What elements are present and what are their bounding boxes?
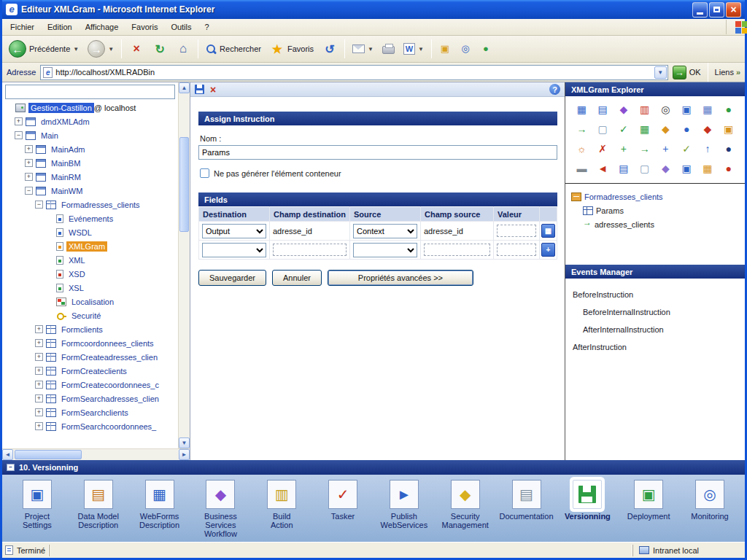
explorer-tool-icon[interactable]: ▤: [596, 104, 609, 114]
contacts-button[interactable]: ●: [476, 41, 495, 57]
collapse-icon[interactable]: −: [15, 131, 23, 139]
tree-item[interactable]: Localisation: [2, 295, 178, 308]
expand-icon[interactable]: +: [25, 173, 33, 181]
expand-icon[interactable]: +: [25, 159, 33, 167]
explorer-tool-icon[interactable]: ▦: [575, 104, 588, 114]
tree-item[interactable]: WSDL: [2, 225, 178, 239]
tree-item[interactable]: −Main: [2, 128, 178, 142]
help-icon-button[interactable]: ?: [549, 84, 560, 95]
collapse-icon[interactable]: −: [25, 187, 33, 195]
expand-icon[interactable]: +: [15, 117, 23, 125]
expand-icon[interactable]: +: [35, 339, 43, 347]
history-button[interactable]: ↺: [319, 40, 341, 58]
expand-icon[interactable]: +: [35, 408, 43, 416]
explorer-tool-icon[interactable]: →: [638, 144, 651, 154]
forward-button[interactable]: → ▼: [84, 38, 117, 60]
tree-item[interactable]: XMLGram: [2, 239, 178, 253]
tree-item[interactable]: −Formadresses_clients: [2, 198, 178, 211]
app-toolbar-item[interactable]: ▦WebFormsDescription: [129, 480, 190, 529]
menu-item[interactable]: Favoris: [125, 20, 164, 34]
refresh-button[interactable]: ↻: [149, 40, 171, 58]
name-input[interactable]: [198, 145, 557, 160]
minimize-button[interactable]: [692, 2, 708, 18]
tree-item[interactable]: +FormCreatecoordonnees_c: [2, 378, 178, 392]
favorites-button[interactable]: ★ Favoris: [266, 40, 317, 58]
empty-field[interactable]: [424, 244, 490, 256]
explorer-tool-icon[interactable]: ◆: [701, 124, 714, 134]
stop-button[interactable]: ×: [125, 40, 147, 58]
app-toolbar-item[interactable]: ▥BuildAction: [251, 480, 312, 529]
tree-item[interactable]: +MainAdm: [2, 142, 178, 156]
close-icon-button[interactable]: ×: [210, 85, 216, 95]
explorer-tool-icon[interactable]: ◎: [659, 104, 672, 114]
expand-icon[interactable]: +: [35, 422, 43, 430]
source-select[interactable]: [353, 243, 417, 257]
explorer-tool-icon[interactable]: →: [575, 124, 588, 134]
explorer-tool-icon[interactable]: ◆: [659, 124, 672, 134]
collapse-icon[interactable]: −: [7, 464, 15, 471]
tree-item[interactable]: +FormSearchcoordonnees_: [2, 419, 178, 433]
expand-icon[interactable]: +: [25, 145, 33, 153]
messenger-button[interactable]: ▣: [436, 41, 454, 57]
tree-item[interactable]: Gestion-Castillon @ localhost: [2, 101, 178, 114]
app-toolbar-item[interactable]: ▣Deployment: [618, 480, 679, 521]
explorer-tool-icon[interactable]: ●: [722, 163, 735, 174]
save-button[interactable]: Sauvegarder: [198, 270, 266, 286]
event-item[interactable]: AfterInstruction: [573, 338, 738, 356]
scroll-down-icon[interactable]: ▼: [179, 438, 190, 448]
scroll-thumb[interactable]: [179, 137, 189, 232]
forward-dropdown-icon[interactable]: ▼: [108, 46, 114, 52]
tree-filter-input[interactable]: [5, 85, 175, 99]
destination-select[interactable]: Output: [202, 224, 266, 238]
tree-item[interactable]: XSL: [2, 281, 178, 295]
menu-item[interactable]: Fichier: [4, 20, 41, 34]
explorer-tool-icon[interactable]: ▣: [680, 163, 693, 174]
row-add-button[interactable]: +: [541, 243, 555, 257]
advanced-button[interactable]: Propriétés avancées >>: [328, 270, 473, 286]
tree-item[interactable]: Evénements: [2, 211, 178, 225]
tree-item[interactable]: +FormSearchadresses_clien: [2, 392, 178, 405]
app-toolbar-item[interactable]: ◆SecurityManagement: [435, 480, 496, 529]
explorer-tool-icon[interactable]: ▦: [701, 163, 714, 174]
valeur-field[interactable]: [497, 244, 536, 256]
app-toolbar-item[interactable]: ▣ProjectSettings: [7, 480, 68, 529]
app-toolbar-item[interactable]: ✓Tasker: [312, 480, 374, 521]
back-dropdown-icon[interactable]: ▼: [73, 46, 79, 52]
source-select[interactable]: Context: [353, 224, 417, 238]
tree-item[interactable]: XSD: [2, 267, 178, 281]
app-toolbar-item[interactable]: ◎Monitoring: [679, 480, 740, 521]
go-button[interactable]: → OK: [673, 66, 701, 79]
explorer-tool-icon[interactable]: ▬: [575, 163, 588, 174]
address-input[interactable]: [55, 68, 654, 77]
explorer-tool-icon[interactable]: ✗: [596, 144, 609, 154]
menu-item[interactable]: Edition: [41, 20, 79, 34]
search-button[interactable]: Rechercher: [202, 42, 265, 57]
explorer-tool-icon[interactable]: ◆: [617, 104, 630, 114]
scroll-right-icon[interactable]: ►: [179, 449, 190, 460]
explorer-tree-item[interactable]: adresses_clients: [565, 217, 745, 231]
app-toolbar-item[interactable]: ►PublishWebServices: [374, 480, 435, 529]
explorer-tool-icon[interactable]: +: [659, 144, 672, 154]
explorer-tool-icon[interactable]: ✓: [617, 124, 630, 134]
tree-item[interactable]: +Formclients: [2, 322, 178, 336]
tree-item[interactable]: +FormSearchclients: [2, 405, 178, 419]
event-item[interactable]: BeforeInstruction: [573, 286, 738, 303]
container-checkbox-row[interactable]: Ne pas générer l'élément conteneur: [200, 168, 557, 178]
tree-item[interactable]: +MainRM: [2, 170, 178, 184]
menu-item[interactable]: Outils: [164, 20, 198, 34]
tree-vertical-scrollbar[interactable]: ▲ ▼: [178, 82, 190, 448]
collapse-icon[interactable]: −: [35, 201, 43, 209]
tree-item[interactable]: Securité: [2, 308, 178, 322]
mail-dropdown-icon[interactable]: ▼: [368, 46, 374, 52]
app-toolbar-item[interactable]: Versionning: [557, 480, 618, 521]
research-button[interactable]: ◎: [456, 41, 475, 57]
explorer-tree-item[interactable]: Formadresses_clients: [565, 190, 745, 203]
menu-item[interactable]: Affichage: [79, 20, 125, 34]
print-button[interactable]: [379, 42, 398, 56]
event-item[interactable]: BeforeInternalInstruction: [573, 303, 738, 321]
maximize-button[interactable]: [709, 2, 724, 18]
explorer-tool-icon[interactable]: ▢: [638, 163, 651, 174]
destination-select[interactable]: [202, 243, 266, 257]
expand-icon[interactable]: +: [35, 367, 43, 375]
tree-item[interactable]: +dmdXMLAdm: [2, 114, 178, 128]
